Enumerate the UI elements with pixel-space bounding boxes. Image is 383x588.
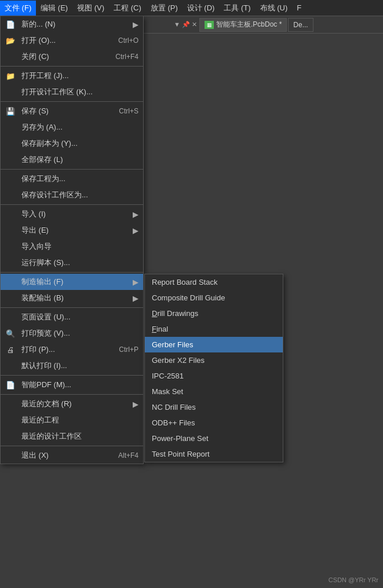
- sep-6: [1, 307, 143, 308]
- sep-9: [1, 446, 143, 446]
- menu-print[interactable]: 🖨 打印 (P)... Ctrl+P: [1, 341, 143, 358]
- save-as-icon: [4, 122, 17, 133]
- save-copy-icon: [4, 138, 17, 149]
- page-setup-icon: [4, 312, 17, 322]
- sep-4: [1, 204, 143, 205]
- submenu-ipc-2581[interactable]: IPC-2581: [145, 368, 283, 384]
- print-shortcut: Ctrl+P: [107, 346, 138, 354]
- menu-page-setup[interactable]: 页面设置 (U)...: [1, 309, 143, 325]
- tab-de[interactable]: De...: [288, 18, 313, 32]
- menubar-route[interactable]: 布线 (U): [256, 1, 293, 16]
- menu-recent-projects[interactable]: 最近的工程: [1, 412, 143, 428]
- menubar-view[interactable]: 视图 (V): [72, 1, 109, 16]
- menubar-f[interactable]: F: [292, 1, 306, 14]
- fabrication-arrow-icon: ▶: [133, 278, 138, 286]
- submenu-odb-plus[interactable]: ODB++ Files: [145, 415, 283, 431]
- menu-open[interactable]: 📂 打开 (O)... Ctrl+O: [1, 32, 143, 49]
- sep-7: [1, 375, 143, 376]
- import-wizard-icon: [4, 241, 17, 252]
- menubar: 文件 (F) 编辑 (E) 视图 (V) 工程 (C) 放置 (P) 设计 (D…: [0, 0, 383, 16]
- fabrication-icon: [4, 277, 17, 287]
- submenu-final[interactable]: Final: [145, 321, 283, 337]
- menubar-design[interactable]: 设计 (D): [183, 1, 220, 16]
- tab-de-label: De...: [293, 21, 308, 29]
- assembly-arrow-icon: ▶: [133, 294, 138, 303]
- menu-fabrication-output[interactable]: 制造输出 (F) ▶ Report Board Stack Composite …: [1, 274, 143, 290]
- open-icon: 📂: [4, 35, 17, 46]
- new-icon: 📄: [4, 19, 17, 30]
- recent-workspace-icon: [4, 431, 17, 442]
- print-preview-icon: 🔍: [4, 328, 17, 339]
- submenu-gerber-x2[interactable]: Gerber X2 Files: [145, 352, 283, 368]
- menu-recent-docs[interactable]: 最近的文档 (R) ▶: [1, 396, 143, 412]
- close-shortcut: Ctrl+F4: [104, 53, 138, 61]
- menubar-file[interactable]: 文件 (F): [0, 1, 36, 16]
- menubar-project[interactable]: 工程 (C): [109, 1, 146, 16]
- pcb-icon: ▦: [205, 21, 214, 29]
- menu-recent-workspace[interactable]: 最近的设计工作区: [1, 428, 143, 444]
- exit-icon: [4, 450, 17, 461]
- exit-shortcut: Alt+F4: [107, 451, 138, 460]
- submenu-gerber-files[interactable]: Gerber Files: [145, 337, 283, 352]
- save-project-icon: [4, 174, 17, 184]
- open-shortcut: Ctrl+O: [107, 36, 138, 45]
- submenu-power-plane-set[interactable]: Power-Plane Set: [145, 431, 283, 446]
- final-underline: F: [152, 325, 156, 333]
- tab-pcbdoc[interactable]: ▦ 智能车主板.PcbDoc *: [199, 18, 287, 32]
- open-workspace-icon: [4, 87, 17, 97]
- sep-5: [1, 272, 143, 273]
- menu-run-script[interactable]: 运行脚本 (S)...: [1, 255, 143, 271]
- sep-3: [1, 169, 143, 170]
- save-workspace-icon: [4, 190, 17, 200]
- menu-new[interactable]: 📄 新的... (N) ▶: [1, 16, 143, 32]
- recent-docs-icon: [4, 399, 17, 409]
- print-icon: 🖨: [4, 344, 17, 355]
- menubar-tools[interactable]: 工具 (T): [219, 1, 255, 16]
- watermark: CSDN @YRr YRr: [329, 576, 378, 583]
- menu-save-as[interactable]: 另存为 (A)...: [1, 119, 143, 135]
- import-icon: [4, 209, 17, 219]
- open-project-icon: 📁: [4, 71, 17, 81]
- menu-save-project[interactable]: 保存工程为...: [1, 171, 143, 187]
- menu-open-project[interactable]: 📁 打开工程 (J)...: [1, 68, 143, 84]
- menu-import[interactable]: 导入 (I) ▶: [1, 206, 143, 222]
- menu-print-preview[interactable]: 🔍 打印预览 (V)...: [1, 325, 143, 341]
- fabrication-submenu: Report Board Stack Composite Drill Guide…: [144, 274, 283, 462]
- submenu-nc-drill[interactable]: NC Drill Files: [145, 399, 283, 415]
- sep-1: [1, 66, 143, 67]
- menu-smart-pdf[interactable]: 📄 智能PDF (M)...: [1, 377, 143, 393]
- menu-save[interactable]: 💾 保存 (S) Ctrl+S: [1, 103, 143, 119]
- submenu-composite-drill-guide[interactable]: Composite Drill Guide: [145, 290, 283, 306]
- save-all-icon: [4, 155, 17, 165]
- menu-save-workspace[interactable]: 保存设计工作区为...: [1, 187, 143, 203]
- menubar-place[interactable]: 放置 (P): [146, 1, 183, 16]
- run-script-icon: [4, 258, 17, 268]
- menubar-edit[interactable]: 编辑 (E): [36, 1, 72, 16]
- menu-close[interactable]: 关闭 (C) Ctrl+F4: [1, 49, 143, 65]
- menu-default-print[interactable]: 默认打印 (I)...: [1, 358, 143, 374]
- assembly-icon: [4, 293, 17, 303]
- save-icon: 💾: [4, 106, 17, 116]
- menu-import-wizard[interactable]: 导入向导: [1, 238, 143, 255]
- default-print-icon: [4, 361, 17, 371]
- submenu-drill-drawings[interactable]: Drill Drawings: [145, 306, 283, 321]
- save-shortcut: Ctrl+S: [107, 107, 138, 115]
- submenu-mask-set[interactable]: Mask Set: [145, 384, 283, 399]
- close-doc-icon: [4, 52, 17, 62]
- menu-open-workspace[interactable]: 打开设计工作区 (K)...: [1, 84, 143, 100]
- tab-pcbdoc-label: 智能车主板.PcbDoc *: [216, 20, 282, 30]
- export-icon: [4, 225, 17, 236]
- recent-projects-icon: [4, 415, 17, 425]
- menu-assembly-output[interactable]: 装配输出 (B) ▶: [1, 290, 143, 306]
- menu-save-all[interactable]: 全部保存 (L): [1, 152, 143, 168]
- submenu-test-point-report[interactable]: Test Point Report: [145, 446, 283, 462]
- menu-save-copy[interactable]: 保存副本为 (Y)...: [1, 135, 143, 152]
- submenu-report-board-stack[interactable]: Report Board Stack: [145, 274, 283, 290]
- tab-controls: ▼ 📌 ✕: [174, 21, 197, 28]
- drill-drawings-underline: D: [152, 309, 157, 318]
- file-menu: 📄 新的... (N) ▶ 📂 打开 (O)... Ctrl+O 关闭 (C) …: [0, 16, 144, 464]
- sep-2: [1, 101, 143, 102]
- recent-docs-arrow-icon: ▶: [133, 400, 138, 409]
- menu-export[interactable]: 导出 (E) ▶: [1, 222, 143, 238]
- menu-exit[interactable]: 退出 (X) Alt+F4: [1, 447, 143, 464]
